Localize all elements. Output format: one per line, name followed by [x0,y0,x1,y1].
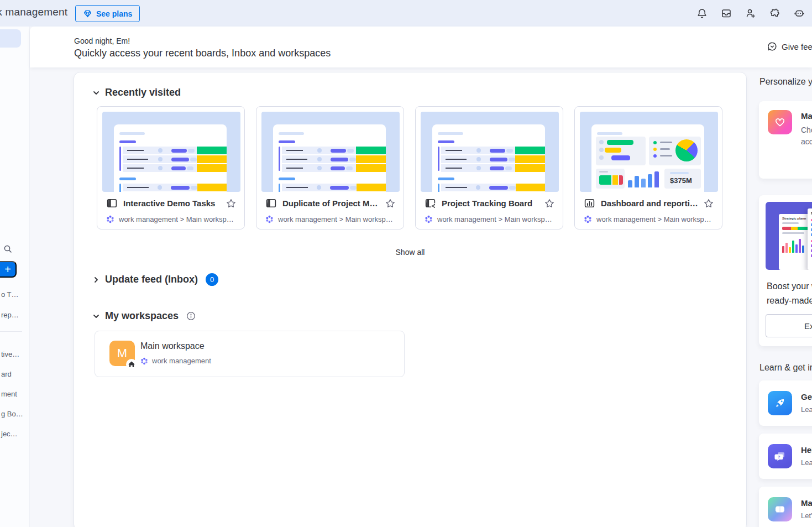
help-icon: ? [768,444,792,468]
board-thumbnail [261,112,400,192]
personalize-card-title: Make monday work for you [801,111,812,121]
sidebar-divider [0,331,22,332]
board-thumbnail [421,112,559,192]
see-plans-button[interactable]: See plans [75,5,140,22]
topbar-icons [696,8,805,19]
board-thumbnail [102,112,240,192]
templates-text-line2: ready-made templates [767,294,812,308]
board-card-breadcrumb: work management > Main worksp… [437,215,552,223]
sidebar-item[interactable]: rep… [1,311,19,319]
greeting-text: Good night, Em! [74,36,130,45]
board-card-title: Dashboard and reporti… [601,199,698,208]
gem-icon [83,9,92,18]
sidebar-item[interactable]: g Bo… [1,410,23,418]
academy-icon [768,497,792,521]
section-title: Recently visited [105,87,181,98]
inbox-icon[interactable] [721,8,732,19]
sidebar-active-item[interactable] [0,29,21,48]
workspace-name: Main workspace [140,341,205,351]
template-preview-right: Marketing [808,208,812,270]
board-card-title: Interactive Demo Tasks [123,199,220,208]
dashboard-thumbnail: $375M [580,112,718,192]
star-icon[interactable] [385,198,396,209]
templates-card: Strategic plann Marketing [759,195,812,346]
board-card-title: Project Tracking Board [442,199,538,208]
sidebar-item[interactable]: tive… [1,350,19,358]
home-content-card: Recently visited [74,72,747,527]
work-management-flower-icon [106,215,114,223]
svg-text:?: ? [778,455,780,460]
star-icon[interactable] [544,198,555,209]
rocket-icon [768,391,792,415]
section-title: My workspaces [105,310,179,322]
right-panel: Personalize your experience Make monday … [759,72,812,527]
star-icon[interactable] [703,198,714,209]
recently-visited-header: Recently visited [92,87,746,98]
board-card-title: Duplicate of Project M… [282,199,379,208]
personalize-title: Personalize your experience [759,77,812,87]
board-card[interactable]: Duplicate of Project M… work management … [256,106,404,229]
personalize-card[interactable]: Make monday work for you Choose what to … [759,101,812,179]
gantt-widget [596,137,646,165]
update-feed-header: Update feed (Inbox) 0 [92,273,746,286]
sidebar-item[interactable]: o T… [1,290,19,299]
board-card[interactable]: Interactive Demo Tasks work management >… [97,106,245,229]
battery-widget [596,169,625,189]
number-widget: $375M [664,169,701,189]
dashboard-icon [584,197,595,209]
board-icon [106,197,118,209]
notifications-icon[interactable] [696,8,708,19]
learn-item-getting-started[interactable]: Getting started Learn how monday.com wor… [759,380,812,426]
metric-value: $375M [670,176,692,185]
greeting-header: Good night, Em! Quickly access your rece… [30,27,812,67]
monday-home-page: work management See plans [0,0,812,527]
sidebar-item[interactable]: ard [1,370,12,378]
learn-item-academy[interactable]: Mastering monday.com Let's learn new ski… [759,487,812,527]
learn-item-subtitle: Let's learn new skills [801,512,812,520]
template-preview-left: Strategic plann [779,214,812,270]
pie-widget [649,137,701,165]
add-item-button[interactable]: + [0,261,17,278]
home-badge-icon [126,359,137,370]
learn-item-title: Help center [801,445,812,455]
sidebar-item[interactable]: ment [1,390,17,398]
inbox-count-badge: 0 [206,273,218,286]
templates-illustration: Strategic plann Marketing [766,202,812,270]
show-all-button[interactable]: Show all [391,248,429,257]
plus-glyph: + [4,263,11,276]
pie-chart [675,139,698,161]
feedback-label: Give feedback [782,42,812,51]
shareable-board-icon [425,197,436,209]
templates-text-line1: Boost your workflow with [767,279,812,294]
learn-item-title: Getting started [801,392,812,401]
left-sidebar: + o T… rep… tive… ard ment g Bo… jec… [0,27,30,527]
learn-item-help-center[interactable]: ? Help center Learn and get support [759,434,812,479]
star-icon[interactable] [226,198,237,209]
work-management-flower-icon [425,215,433,223]
bar-chart-widget [628,169,661,189]
apps-marketplace-icon[interactable] [769,8,780,19]
chevron-down-icon[interactable] [92,88,101,97]
info-icon[interactable] [186,311,196,321]
sidebar-item[interactable]: jec… [1,430,18,438]
ai-assistant-icon[interactable] [794,8,805,19]
personalize-card-desc-line1: Choose what to see when you open your [801,124,812,136]
recently-visited-cards: Interactive Demo Tasks work management >… [97,106,746,229]
section-title: Update feed (Inbox) [105,274,198,285]
workspace-product: work management [152,357,211,365]
chevron-right-icon[interactable] [92,275,101,284]
top-bar: work management See plans [0,0,812,27]
explore-templates-button[interactable]: Explore templates [766,314,812,337]
dashboard-card[interactable]: $375M Dashboard and reporti… [574,106,722,229]
workspace-card[interactable]: M Main workspace work management [95,331,405,377]
invite-members-icon[interactable] [745,8,756,19]
workspace-initial: M [117,346,127,361]
learn-item-subtitle: Learn how monday.com works [801,405,812,414]
chevron-down-icon[interactable] [92,312,101,321]
work-management-flower-icon [140,357,148,365]
learn-item-title: Mastering monday.com [801,498,812,508]
greeting-subtitle: Quickly access your recent boards, Inbox… [74,48,331,59]
give-feedback-button[interactable]: Give feedback [767,41,812,51]
board-card[interactable]: Project Tracking Board work management >… [415,106,563,229]
search-icon[interactable] [3,244,13,254]
